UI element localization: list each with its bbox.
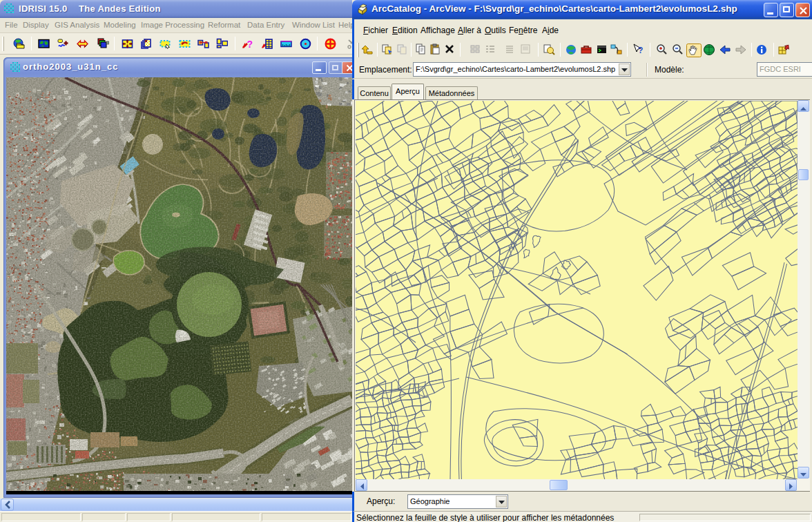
svg-text:?: ? bbox=[638, 46, 643, 55]
svg-text:?: ? bbox=[247, 39, 253, 50]
